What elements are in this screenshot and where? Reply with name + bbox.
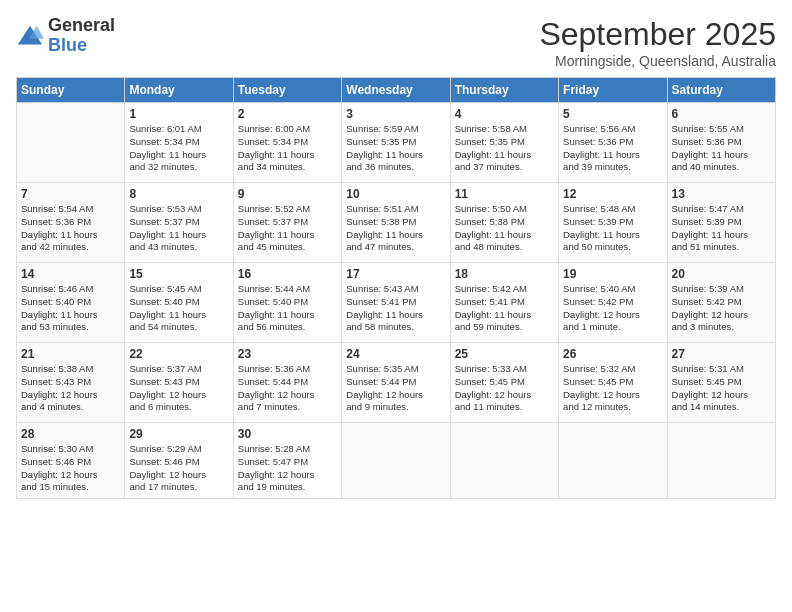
calendar-cell: 21Sunrise: 5:38 AM Sunset: 5:43 PM Dayli… (17, 343, 125, 423)
column-header-thursday: Thursday (450, 78, 558, 103)
day-number: 29 (129, 427, 228, 441)
calendar-cell: 14Sunrise: 5:46 AM Sunset: 5:40 PM Dayli… (17, 263, 125, 343)
calendar-cell: 19Sunrise: 5:40 AM Sunset: 5:42 PM Dayli… (559, 263, 667, 343)
day-info: Sunrise: 5:53 AM Sunset: 5:37 PM Dayligh… (129, 203, 228, 254)
day-info: Sunrise: 5:48 AM Sunset: 5:39 PM Dayligh… (563, 203, 662, 254)
logo-general-text: General (48, 16, 115, 36)
calendar-cell: 20Sunrise: 5:39 AM Sunset: 5:42 PM Dayli… (667, 263, 775, 343)
day-info: Sunrise: 5:45 AM Sunset: 5:40 PM Dayligh… (129, 283, 228, 334)
calendar-cell: 3Sunrise: 5:59 AM Sunset: 5:35 PM Daylig… (342, 103, 450, 183)
day-number: 30 (238, 427, 337, 441)
week-row-2: 7Sunrise: 5:54 AM Sunset: 5:36 PM Daylig… (17, 183, 776, 263)
day-info: Sunrise: 5:30 AM Sunset: 5:46 PM Dayligh… (21, 443, 120, 494)
calendar-cell (667, 423, 775, 499)
day-number: 24 (346, 347, 445, 361)
day-number: 8 (129, 187, 228, 201)
logo-icon (16, 22, 44, 50)
page-header: General Blue September 2025 Morningside,… (16, 16, 776, 69)
day-info: Sunrise: 5:42 AM Sunset: 5:41 PM Dayligh… (455, 283, 554, 334)
day-number: 15 (129, 267, 228, 281)
week-row-1: 1Sunrise: 6:01 AM Sunset: 5:34 PM Daylig… (17, 103, 776, 183)
calendar-cell: 13Sunrise: 5:47 AM Sunset: 5:39 PM Dayli… (667, 183, 775, 263)
day-info: Sunrise: 5:33 AM Sunset: 5:45 PM Dayligh… (455, 363, 554, 414)
day-info: Sunrise: 5:54 AM Sunset: 5:36 PM Dayligh… (21, 203, 120, 254)
column-header-friday: Friday (559, 78, 667, 103)
day-info: Sunrise: 5:56 AM Sunset: 5:36 PM Dayligh… (563, 123, 662, 174)
calendar-cell: 29Sunrise: 5:29 AM Sunset: 5:46 PM Dayli… (125, 423, 233, 499)
calendar-cell: 16Sunrise: 5:44 AM Sunset: 5:40 PM Dayli… (233, 263, 341, 343)
calendar-cell: 17Sunrise: 5:43 AM Sunset: 5:41 PM Dayli… (342, 263, 450, 343)
day-number: 4 (455, 107, 554, 121)
month-title: September 2025 (539, 16, 776, 53)
logo: General Blue (16, 16, 115, 56)
column-header-tuesday: Tuesday (233, 78, 341, 103)
calendar-cell: 1Sunrise: 6:01 AM Sunset: 5:34 PM Daylig… (125, 103, 233, 183)
day-info: Sunrise: 5:35 AM Sunset: 5:44 PM Dayligh… (346, 363, 445, 414)
column-header-wednesday: Wednesday (342, 78, 450, 103)
calendar-cell: 11Sunrise: 5:50 AM Sunset: 5:38 PM Dayli… (450, 183, 558, 263)
week-row-5: 28Sunrise: 5:30 AM Sunset: 5:46 PM Dayli… (17, 423, 776, 499)
day-number: 7 (21, 187, 120, 201)
calendar-cell: 18Sunrise: 5:42 AM Sunset: 5:41 PM Dayli… (450, 263, 558, 343)
day-number: 23 (238, 347, 337, 361)
day-number: 10 (346, 187, 445, 201)
day-info: Sunrise: 5:38 AM Sunset: 5:43 PM Dayligh… (21, 363, 120, 414)
day-number: 14 (21, 267, 120, 281)
calendar-cell: 28Sunrise: 5:30 AM Sunset: 5:46 PM Dayli… (17, 423, 125, 499)
day-info: Sunrise: 5:32 AM Sunset: 5:45 PM Dayligh… (563, 363, 662, 414)
column-header-sunday: Sunday (17, 78, 125, 103)
day-number: 11 (455, 187, 554, 201)
calendar-cell (342, 423, 450, 499)
day-info: Sunrise: 5:58 AM Sunset: 5:35 PM Dayligh… (455, 123, 554, 174)
day-number: 2 (238, 107, 337, 121)
day-info: Sunrise: 6:01 AM Sunset: 5:34 PM Dayligh… (129, 123, 228, 174)
day-number: 17 (346, 267, 445, 281)
calendar-cell: 24Sunrise: 5:35 AM Sunset: 5:44 PM Dayli… (342, 343, 450, 423)
day-info: Sunrise: 6:00 AM Sunset: 5:34 PM Dayligh… (238, 123, 337, 174)
calendar-cell: 8Sunrise: 5:53 AM Sunset: 5:37 PM Daylig… (125, 183, 233, 263)
day-info: Sunrise: 5:29 AM Sunset: 5:46 PM Dayligh… (129, 443, 228, 494)
day-number: 27 (672, 347, 771, 361)
week-row-4: 21Sunrise: 5:38 AM Sunset: 5:43 PM Dayli… (17, 343, 776, 423)
calendar-cell: 25Sunrise: 5:33 AM Sunset: 5:45 PM Dayli… (450, 343, 558, 423)
day-info: Sunrise: 5:39 AM Sunset: 5:42 PM Dayligh… (672, 283, 771, 334)
day-number: 5 (563, 107, 662, 121)
day-info: Sunrise: 5:37 AM Sunset: 5:43 PM Dayligh… (129, 363, 228, 414)
day-info: Sunrise: 5:46 AM Sunset: 5:40 PM Dayligh… (21, 283, 120, 334)
day-number: 18 (455, 267, 554, 281)
title-block: September 2025 Morningside, Queensland, … (539, 16, 776, 69)
day-info: Sunrise: 5:40 AM Sunset: 5:42 PM Dayligh… (563, 283, 662, 334)
day-info: Sunrise: 5:47 AM Sunset: 5:39 PM Dayligh… (672, 203, 771, 254)
day-number: 12 (563, 187, 662, 201)
day-info: Sunrise: 5:31 AM Sunset: 5:45 PM Dayligh… (672, 363, 771, 414)
day-number: 22 (129, 347, 228, 361)
day-info: Sunrise: 5:50 AM Sunset: 5:38 PM Dayligh… (455, 203, 554, 254)
calendar-cell: 30Sunrise: 5:28 AM Sunset: 5:47 PM Dayli… (233, 423, 341, 499)
day-info: Sunrise: 5:55 AM Sunset: 5:36 PM Dayligh… (672, 123, 771, 174)
calendar-cell: 7Sunrise: 5:54 AM Sunset: 5:36 PM Daylig… (17, 183, 125, 263)
calendar-cell: 26Sunrise: 5:32 AM Sunset: 5:45 PM Dayli… (559, 343, 667, 423)
calendar-cell: 12Sunrise: 5:48 AM Sunset: 5:39 PM Dayli… (559, 183, 667, 263)
day-number: 21 (21, 347, 120, 361)
calendar-header-row: SundayMondayTuesdayWednesdayThursdayFrid… (17, 78, 776, 103)
calendar-cell: 4Sunrise: 5:58 AM Sunset: 5:35 PM Daylig… (450, 103, 558, 183)
day-number: 19 (563, 267, 662, 281)
calendar-cell: 10Sunrise: 5:51 AM Sunset: 5:38 PM Dayli… (342, 183, 450, 263)
week-row-3: 14Sunrise: 5:46 AM Sunset: 5:40 PM Dayli… (17, 263, 776, 343)
day-number: 9 (238, 187, 337, 201)
day-info: Sunrise: 5:28 AM Sunset: 5:47 PM Dayligh… (238, 443, 337, 494)
calendar-cell: 15Sunrise: 5:45 AM Sunset: 5:40 PM Dayli… (125, 263, 233, 343)
calendar-table: SundayMondayTuesdayWednesdayThursdayFrid… (16, 77, 776, 499)
column-header-saturday: Saturday (667, 78, 775, 103)
calendar-cell: 9Sunrise: 5:52 AM Sunset: 5:37 PM Daylig… (233, 183, 341, 263)
calendar-cell (559, 423, 667, 499)
day-info: Sunrise: 5:52 AM Sunset: 5:37 PM Dayligh… (238, 203, 337, 254)
day-info: Sunrise: 5:36 AM Sunset: 5:44 PM Dayligh… (238, 363, 337, 414)
column-header-monday: Monday (125, 78, 233, 103)
day-info: Sunrise: 5:51 AM Sunset: 5:38 PM Dayligh… (346, 203, 445, 254)
calendar-cell: 5Sunrise: 5:56 AM Sunset: 5:36 PM Daylig… (559, 103, 667, 183)
calendar-cell: 6Sunrise: 5:55 AM Sunset: 5:36 PM Daylig… (667, 103, 775, 183)
day-info: Sunrise: 5:44 AM Sunset: 5:40 PM Dayligh… (238, 283, 337, 334)
calendar-cell: 23Sunrise: 5:36 AM Sunset: 5:44 PM Dayli… (233, 343, 341, 423)
day-info: Sunrise: 5:43 AM Sunset: 5:41 PM Dayligh… (346, 283, 445, 334)
